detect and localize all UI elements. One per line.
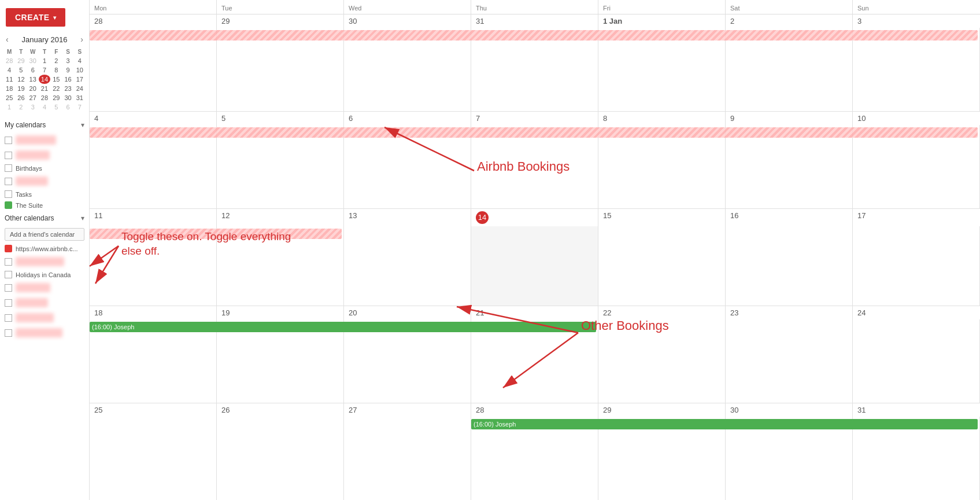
- day-header-cell[interactable]: 21: [471, 306, 598, 319]
- other-calendar-item[interactable]: [0, 295, 89, 310]
- other-calendar-item[interactable]: [0, 325, 89, 340]
- events-cell[interactable]: [598, 319, 726, 403]
- day-header-cell[interactable]: 20: [344, 306, 471, 319]
- day-header-cell[interactable]: 6: [344, 112, 471, 125]
- day-header-cell[interactable]: 24: [853, 306, 980, 319]
- calendar-checkbox[interactable]: [5, 314, 12, 322]
- calendar-event-bar[interactable]: [90, 127, 978, 138]
- mini-cal-day[interactable]: 8: [50, 65, 62, 75]
- mini-cal-day[interactable]: 5: [50, 102, 62, 112]
- next-month-button[interactable]: ›: [78, 34, 86, 45]
- day-header-cell[interactable]: 31: [853, 403, 980, 417]
- day-header-cell[interactable]: 12: [217, 209, 344, 226]
- calendar-checkbox[interactable]: [5, 271, 12, 278]
- day-header-cell[interactable]: 8: [598, 112, 726, 125]
- mini-cal-day[interactable]: 23: [62, 84, 73, 93]
- day-header-cell[interactable]: 17: [853, 209, 980, 226]
- calendar-checkbox[interactable]: [5, 299, 12, 307]
- add-friend-calendar-button[interactable]: Add a friend's calendar: [5, 228, 84, 241]
- calendar-checkbox[interactable]: [5, 137, 12, 144]
- other-calendar-item[interactable]: https://www.airbnb.c...: [0, 243, 89, 254]
- mini-cal-day[interactable]: 29: [50, 93, 62, 102]
- calendar-checkbox[interactable]: [5, 178, 12, 185]
- mini-cal-day[interactable]: 28: [3, 56, 15, 65]
- day-header-cell[interactable]: 9: [726, 112, 853, 125]
- mini-cal-day[interactable]: 30: [27, 56, 39, 65]
- other-calendar-item[interactable]: [0, 310, 89, 325]
- mini-cal-day[interactable]: 28: [39, 93, 50, 102]
- events-cell[interactable]: [217, 417, 344, 500]
- day-header-cell[interactable]: 28: [471, 403, 598, 417]
- mini-cal-day[interactable]: 19: [15, 84, 27, 93]
- mini-cal-day[interactable]: 11: [3, 75, 15, 84]
- my-calendar-item[interactable]: [0, 174, 89, 189]
- events-cell[interactable]: [598, 226, 726, 306]
- mini-cal-day[interactable]: 10: [74, 65, 86, 75]
- mini-cal-day[interactable]: 1: [39, 56, 50, 65]
- mini-cal-day[interactable]: 2: [15, 102, 27, 112]
- mini-cal-day[interactable]: 12: [15, 75, 27, 84]
- calendar-event-bar[interactable]: (16:00) Joseph: [471, 419, 978, 429]
- mini-cal-day[interactable]: 15: [50, 75, 62, 84]
- mini-cal-day[interactable]: 13: [27, 75, 39, 84]
- day-header-cell[interactable]: 23: [726, 306, 853, 319]
- mini-cal-day[interactable]: 25: [3, 93, 15, 102]
- mini-cal-day[interactable]: 14: [39, 75, 50, 84]
- day-header-cell[interactable]: 7: [471, 112, 598, 125]
- day-header-cell[interactable]: 28: [90, 14, 217, 28]
- mini-cal-day[interactable]: 24: [74, 84, 86, 93]
- mini-cal-day[interactable]: 1: [3, 102, 15, 112]
- other-calendar-item[interactable]: [0, 254, 89, 269]
- day-header-cell[interactable]: 3: [853, 14, 980, 28]
- my-calendar-item[interactable]: The Suite: [0, 200, 89, 211]
- calendar-checkbox[interactable]: [5, 329, 12, 337]
- calendar-event-bar[interactable]: (16:00) Joseph: [90, 322, 596, 332]
- mini-cal-day[interactable]: 9: [62, 65, 73, 75]
- mini-cal-day[interactable]: 7: [74, 102, 86, 112]
- events-cell[interactable]: [344, 226, 471, 306]
- mini-cal-day[interactable]: 31: [74, 93, 86, 102]
- mini-cal-day[interactable]: 17: [74, 75, 86, 84]
- day-header-cell[interactable]: 19: [217, 306, 344, 319]
- mini-cal-day[interactable]: 7: [39, 65, 50, 75]
- mini-cal-day[interactable]: 26: [15, 93, 27, 102]
- day-header-cell[interactable]: 15: [598, 209, 726, 226]
- mini-cal-day[interactable]: 27: [27, 93, 39, 102]
- events-cell[interactable]: [726, 226, 853, 306]
- day-header-cell[interactable]: 31: [471, 14, 598, 28]
- events-cell[interactable]: [90, 417, 217, 500]
- mini-cal-day[interactable]: 4: [74, 56, 86, 65]
- events-cell[interactable]: [344, 417, 471, 500]
- mini-cal-day[interactable]: 2: [50, 56, 62, 65]
- create-button[interactable]: CREATE ▾: [6, 8, 65, 27]
- day-header-cell[interactable]: 30: [726, 403, 853, 417]
- day-header-cell[interactable]: 1 Jan: [598, 14, 726, 28]
- other-calendar-item[interactable]: Holidays in Canada: [0, 269, 89, 280]
- mini-cal-day[interactable]: 3: [62, 56, 73, 65]
- my-calendar-item[interactable]: [0, 133, 89, 148]
- calendar-checkbox[interactable]: [5, 164, 12, 172]
- day-header-cell[interactable]: 29: [598, 403, 726, 417]
- day-header-cell[interactable]: 27: [344, 403, 471, 417]
- day-header-cell[interactable]: 22: [598, 306, 726, 319]
- other-calendar-item[interactable]: [0, 280, 89, 295]
- calendar-checkbox[interactable]: [5, 152, 12, 159]
- day-header-cell[interactable]: 18: [90, 306, 217, 319]
- mini-cal-day[interactable]: 5: [15, 65, 27, 75]
- mini-cal-day[interactable]: 4: [39, 102, 50, 112]
- events-cell[interactable]: [471, 226, 598, 306]
- mini-cal-day[interactable]: 21: [39, 84, 50, 93]
- calendar-checkbox[interactable]: [5, 258, 12, 266]
- events-cell[interactable]: [853, 319, 980, 403]
- day-header-cell[interactable]: 30: [344, 14, 471, 28]
- day-header-cell[interactable]: 25: [90, 403, 217, 417]
- day-header-cell[interactable]: 16: [726, 209, 853, 226]
- day-header-cell[interactable]: 13: [344, 209, 471, 226]
- day-header-cell[interactable]: 5: [217, 112, 344, 125]
- mini-cal-day[interactable]: 18: [3, 84, 15, 93]
- my-calendar-item[interactable]: [0, 148, 89, 163]
- day-header-cell[interactable]: 11: [90, 209, 217, 226]
- day-header-cell[interactable]: 29: [217, 14, 344, 28]
- calendar-event-bar[interactable]: [90, 30, 978, 41]
- mini-cal-day[interactable]: 4: [3, 65, 15, 75]
